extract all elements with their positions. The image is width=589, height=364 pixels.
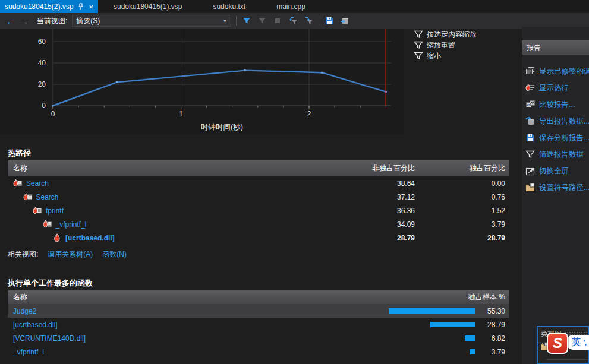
most-work-table-header[interactable]: 名称 独占样本 %: [8, 290, 509, 304]
column-header-exclusive[interactable]: 独占百分比: [418, 163, 509, 173]
hot-path-table: 名称 非独占百分比 独占百分比 Search 38.64 0.00 Search…: [8, 160, 509, 245]
sogou-ime-logo[interactable]: S: [547, 333, 568, 354]
function-link[interactable]: _vfprintf_l: [13, 348, 44, 356]
sidebar-item-label[interactable]: 导出报告数据...: [539, 116, 589, 126]
sidebar-item-label[interactable]: 设置符号路径...: [539, 183, 589, 193]
svg-text:60: 60: [38, 37, 46, 46]
filter-button[interactable]: [241, 15, 252, 26]
sample-percent-value: 6.82: [475, 334, 509, 343]
chart-menu-item[interactable]: 按选定内容缩放: [414, 29, 515, 40]
current-view-label: 当前视图:: [37, 16, 67, 26]
exclusive-percent-value: 28.79: [418, 234, 509, 242]
call-tree-link[interactable]: 调用关系树(A): [48, 249, 93, 259]
flame-list-icon: [13, 179, 23, 188]
hot-path-row[interactable]: fprintf 36.36 1.52: [8, 204, 509, 217]
function-link[interactable]: [ucrtbased.dll]: [13, 321, 58, 329]
function-link[interactable]: [VCRUNTIME140D.dll]: [13, 334, 86, 343]
stop-button[interactable]: [272, 15, 283, 26]
exclusive-percent-value: 3.79: [418, 220, 509, 229]
function-link[interactable]: [ucrtbased.dll]: [65, 234, 115, 242]
chart-zoom-menu: 按选定内容缩放 缩放重置 缩小: [414, 29, 515, 61]
funnel-icon: [414, 30, 423, 39]
document-tabstrip: sudoku180415(2).vsp × sudoku180415(1).vs…: [0, 0, 589, 13]
import-filter-button[interactable]: [288, 15, 298, 26]
tab-sudoku180415-1-vsp[interactable]: sudoku180415(1).vsp: [98, 0, 197, 13]
svg-text:20: 20: [38, 80, 46, 88]
most-work-row[interactable]: [ucrtbased.dll] 28.79: [8, 318, 509, 331]
trimmed-tree-icon: [525, 67, 535, 76]
chart-menu-item[interactable]: 缩放重置: [414, 40, 515, 50]
inclusive-percent-value: 34.09: [323, 220, 418, 229]
sidebar-item-symbol-paths[interactable]: 设置符号路径...: [522, 179, 589, 196]
export-report-data-button[interactable]: [339, 15, 350, 26]
inclusive-percent-value: 38.64: [323, 179, 418, 188]
column-header-samples[interactable]: 独占样本 %: [385, 292, 509, 302]
sidebar-item-trimmed-tree[interactable]: 显示已修整的调用树: [522, 63, 589, 80]
sidebar-item-filter[interactable]: 筛选报告数据: [522, 146, 589, 163]
hot-path-table-header[interactable]: 名称 非独占百分比 独占百分比: [8, 160, 509, 176]
sidebar-item-label[interactable]: 比较报告...: [539, 100, 575, 110]
sample-percent-value: 55.30: [475, 307, 509, 315]
svg-text:2: 2: [307, 110, 311, 118]
pin-icon[interactable]: [77, 3, 84, 10]
tab-main-cpp[interactable]: main.cpp: [261, 0, 321, 13]
clear-filter-button[interactable]: [257, 15, 267, 26]
forward-arrow-icon[interactable]: →: [20, 17, 29, 26]
close-icon[interactable]: ×: [89, 3, 93, 11]
hot-path-row[interactable]: Search 37.12 0.76: [8, 190, 509, 204]
inclusive-percent-value: 28.79: [323, 234, 418, 242]
exclusive-percent-value: 1.52: [418, 207, 509, 215]
column-header-inclusive[interactable]: 非独占百分比: [323, 163, 418, 173]
hot-path-row[interactable]: _vfprintf_l 34.09 3.79: [8, 217, 509, 231]
chart-menu-item[interactable]: 缩小: [414, 50, 515, 61]
sample-percent-bar: [430, 322, 475, 327]
flame-list-icon: [33, 206, 42, 216]
hot-path-row[interactable]: Search 38.64 0.00: [8, 176, 509, 190]
sidebar-item-label[interactable]: 保存分析报告...: [539, 133, 589, 143]
sidebar-item-hot-lines[interactable]: 显示热行: [522, 80, 589, 96]
column-header-name[interactable]: 名称: [8, 163, 323, 173]
most-work-row[interactable]: [VCRUNTIME140D.dll] 6.82: [8, 331, 509, 345]
toolbar-separator: [236, 16, 237, 26]
tab-sudoku180415-2-vsp[interactable]: sudoku180415(2).vsp ×: [0, 0, 98, 13]
sidebar-item-label[interactable]: 筛选报告数据: [539, 150, 584, 160]
sample-percent-value: 28.79: [475, 321, 509, 329]
most-work-row[interactable]: Judge2 55.30: [8, 304, 509, 318]
sidebar-item-export-data[interactable]: 导出报告数据...: [522, 113, 589, 129]
sidebar-item-fullscreen[interactable]: 切换全屏: [522, 163, 589, 179]
chart-menu-item-label: 缩小: [427, 51, 441, 61]
sidebar-item-compare-reports[interactable]: 比较报告...: [522, 96, 589, 113]
cpu-chart-svg: 0204060012时钟时间(秒): [0, 29, 404, 134]
function-link[interactable]: Search: [36, 193, 59, 201]
flame-list-icon: [23, 192, 33, 202]
sample-percent-bar: [389, 308, 475, 314]
sidebar-item-label[interactable]: 显示已修整的调用树: [539, 67, 589, 77]
hot-path-row[interactable]: [ucrtbased.dll] 28.79 28.79: [8, 231, 509, 245]
funnel-icon: [414, 40, 423, 50]
column-header-name[interactable]: 名称: [8, 292, 385, 302]
cpu-usage-chart[interactable]: 0204060012时钟时间(秒): [0, 29, 404, 134]
function-link[interactable]: Search: [26, 179, 49, 188]
back-arrow-icon[interactable]: ←: [6, 17, 15, 26]
filter-icon: [525, 150, 535, 159]
function-link[interactable]: fprintf: [46, 207, 64, 215]
function-link[interactable]: Judge2: [13, 307, 36, 315]
function-link[interactable]: _vfprintf_l: [56, 220, 87, 229]
view-select-dropdown[interactable]: 摘要(S) ▼: [72, 15, 231, 27]
export-filter-button[interactable]: [303, 15, 314, 26]
report-sidebar-header: 报告: [522, 40, 589, 55]
tab-sudoku-txt[interactable]: sudoku.txt: [197, 0, 261, 13]
flame-list-icon: [43, 220, 52, 229]
most-work-row[interactable]: _vfprintf_l 3.79: [8, 345, 509, 359]
exclusive-percent-value: 0.76: [418, 193, 509, 201]
most-work-table: 名称 独占样本 % Judge2 55.30 [ucrtbased.dll] 2…: [8, 290, 509, 359]
ime-language-bar[interactable]: 英 ’,: [566, 335, 589, 350]
report-sidebar: 报告 显示已修整的调用树 显示热行 比较报告... 导出报告数据... 保存分析…: [522, 27, 589, 364]
sidebar-item-save-report[interactable]: 保存分析报告...: [522, 129, 589, 146]
funnel-icon: [414, 51, 423, 61]
save-button[interactable]: [324, 15, 335, 26]
sidebar-item-label[interactable]: 切换全屏: [539, 166, 569, 176]
functions-link[interactable]: 函数(N): [102, 249, 127, 259]
svg-text:0: 0: [51, 110, 55, 118]
sidebar-item-label[interactable]: 显示热行: [539, 83, 569, 93]
